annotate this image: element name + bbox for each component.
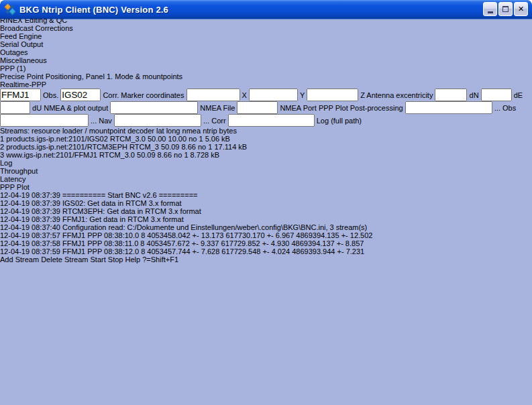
post-log-file-input — [228, 114, 315, 127]
post-nav-label: Nav — [99, 117, 112, 125]
log-line: 12-04-19 08:37:39 FFMJ1: Get data in RTC… — [0, 215, 532, 223]
cell-bytes: 5.06 kB — [205, 135, 230, 143]
tab-miscellaneous[interactable]: Miscellaneous — [0, 56, 532, 64]
window-title: BKG Ntrip Client (BNC) Version 2.6 — [19, 5, 168, 15]
cell-mountpoint: www.igs-ip.net:2101/FFMJ1 — [6, 151, 97, 159]
streams-table-header: Streams: resource loader / mountpoint de… — [0, 127, 532, 135]
help-shortcut-label: Help ?=Shift+F1 — [125, 255, 179, 264]
mode-label: Mode & mountpoints — [115, 72, 182, 80]
row-number: 3 — [0, 151, 4, 159]
tab-outages[interactable]: Outages — [0, 48, 532, 56]
nmea-file-input[interactable] — [110, 101, 198, 114]
col-lat: lat — [156, 127, 164, 135]
col-decoder: decoder — [127, 127, 154, 135]
streams-table: Streams: resource loader / mountpoint de… — [0, 127, 532, 159]
log-line: 12-04-19 08:37:57 FFMJ1 PPP 08:38:10.0 8… — [0, 231, 532, 239]
title-bar: BKG Ntrip Client (BNC) Version 2.6 ✕ — [0, 0, 532, 19]
marker-z-input[interactable] — [307, 89, 358, 101]
post-log-label: Log (full path) — [317, 117, 362, 125]
obs-label: Obs. — [43, 91, 58, 99]
cell-nmea: no — [189, 135, 197, 143]
cell-lat: 50.09 — [161, 143, 180, 151]
tab-ppp[interactable]: PPP (1) — [0, 64, 532, 72]
table-row[interactable]: 1 products.igs-ip.net:2101/IGS02 RTCM_3.… — [0, 135, 532, 143]
cell-bytes: 8.728 kB — [191, 151, 219, 159]
log-line: 12-04-19 08:37:39 IGS02: Get data in RTC… — [0, 199, 532, 207]
corr-label: Corr. — [103, 91, 119, 99]
antenna-de-label: dE — [514, 91, 523, 99]
log-line: 12-04-19 08:37:58 FFMJ1 PPP 08:38:11.0 8… — [0, 239, 532, 247]
tab-log[interactable]: Log — [0, 159, 532, 167]
post-corr-file-input — [114, 114, 201, 127]
ppp-panel: Precise Point Positioning, Panel 1. Mode… — [0, 72, 532, 127]
antenna-dn-input[interactable] — [435, 89, 467, 101]
col-nmea: nmea — [182, 127, 201, 135]
col-mountpoint: Streams: resource loader / mountpoint — [0, 127, 125, 135]
col-long: long — [166, 127, 180, 135]
cell-long: 8.66 — [158, 151, 172, 159]
app-icon — [5, 4, 15, 15]
col-ntrip: ntrip — [203, 127, 217, 135]
delete-stream-button[interactable]: Delete Stream — [41, 255, 88, 264]
antenna-dn-label: dN — [470, 91, 479, 99]
antenna-du-label: dU — [32, 104, 42, 112]
panel-caption: Precise Point Positioning, Panel 1. — [0, 72, 113, 80]
browse-nav-button[interactable]: ... — [91, 117, 97, 125]
nmea-port-input[interactable] — [237, 101, 278, 114]
obs-mountpoint-input[interactable] — [0, 89, 41, 101]
cell-long: 10.00 — [168, 135, 187, 143]
log-output: 12-04-19 08:37:39 ========== Start BNC v… — [0, 191, 532, 255]
post-obs-file-input — [405, 101, 492, 114]
row-number: 1 — [0, 135, 4, 143]
marker-x-input[interactable] — [187, 89, 240, 101]
cell-decoder: RTCM_3 — [129, 143, 159, 151]
start-button[interactable]: Start — [91, 255, 106, 264]
log-line: 12-04-19 08:37:39 ========== Start BNC v… — [0, 191, 532, 199]
tab-throughput[interactable]: Throughput — [0, 167, 532, 175]
nmea-port-label: NMEA Port — [280, 104, 316, 112]
cell-ntrip: 1 — [199, 135, 203, 143]
minimize-button[interactable] — [483, 2, 497, 16]
maximize-button[interactable] — [498, 2, 513, 16]
cell-mountpoint: products.igs-ip.net:2101/IGS02 — [6, 135, 108, 143]
add-stream-button[interactable]: Add Stream — [0, 255, 39, 264]
corr-mountpoint-input[interactable] — [60, 89, 101, 101]
log-line: 12-04-19 08:37:59 FFMJ1 PPP 08:38:12.0 8… — [0, 247, 532, 255]
marker-x-label: X — [242, 91, 247, 99]
mode-selected-value: Realtime-PPP — [0, 80, 46, 89]
tab-feed-engine[interactable]: Feed Engine — [0, 32, 532, 40]
post-obs-label: Obs — [502, 104, 516, 112]
ppp-plot-label: PPP Plot — [319, 104, 348, 112]
table-row[interactable]: 3 www.igs-ip.net:2101/FFMJ1 RTCM_3.0 50.… — [0, 151, 532, 159]
browse-corr-button[interactable]: ... — [203, 117, 209, 125]
marker-label: Marker coordinates — [121, 91, 184, 99]
marker-y-label: Y — [300, 91, 305, 99]
bnc-window: BKG Ntrip Client (BNC) Version 2.6 ✕ Fil… — [0, 0, 532, 405]
cell-ntrip: 1 — [208, 143, 212, 151]
cell-ntrip: 1 — [184, 151, 188, 159]
tab-latency[interactable]: Latency — [0, 175, 532, 183]
post-processing-label: Post-processing — [350, 104, 403, 112]
table-row[interactable]: 2 products.igs-ip.net:2101/RTCM3EPH RTCM… — [0, 143, 532, 151]
antenna-du-input[interactable] — [0, 101, 30, 114]
antenna-de-input[interactable] — [481, 89, 512, 101]
tab-serial-output[interactable]: Serial Output — [0, 40, 532, 48]
tab-ppp-plot[interactable]: PPP Plot — [0, 183, 532, 191]
close-button[interactable]: ✕ — [514, 2, 528, 16]
log-line: 12-04-19 08:37:40 Configuration read: C:… — [0, 223, 532, 231]
cell-nmea: no — [198, 143, 206, 151]
cell-lat: 50.09 — [137, 151, 156, 159]
nmea-file-label: NMEA File — [200, 104, 235, 112]
log-lines: 12-04-19 08:37:39 ========== Start BNC v… — [0, 191, 532, 255]
cell-nmea: no — [174, 151, 182, 159]
antenna-label: Antenna excentricity — [366, 91, 433, 99]
mode-select[interactable]: Realtime-PPP — [0, 80, 58, 89]
post-nav-file-input — [0, 114, 89, 127]
cell-mountpoint: products.igs-ip.net:2101/RTCM3EPH — [6, 143, 127, 151]
cell-lat: 50.00 — [148, 135, 166, 143]
tab-broadcast-corrections[interactable]: Broadcast Corrections — [0, 24, 532, 32]
marker-y-input[interactable] — [249, 89, 298, 101]
cell-decoder: RTCM_3.0 — [110, 135, 146, 143]
stop-button[interactable]: Stop — [108, 255, 123, 264]
browse-obs-button[interactable]: ... — [494, 104, 500, 112]
